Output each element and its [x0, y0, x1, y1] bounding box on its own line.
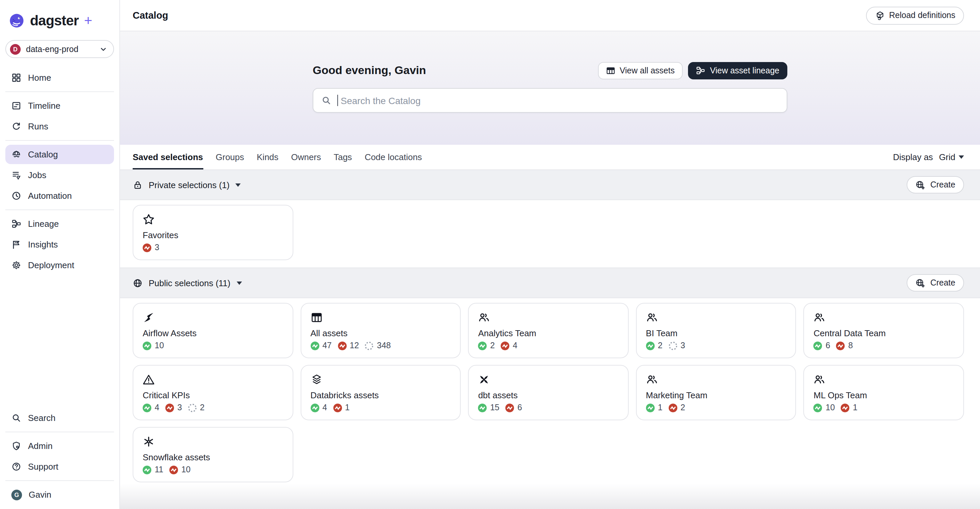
sidebar-item-runs[interactable]: Runs: [5, 117, 114, 136]
sidebar-item-automation[interactable]: Automation: [5, 186, 114, 206]
search-icon: [321, 96, 331, 105]
display-as-dropdown[interactable]: Grid: [939, 152, 964, 162]
runs-icon: [11, 121, 21, 131]
tab-kinds[interactable]: Kinds: [257, 145, 278, 169]
sidebar-item-user[interactable]: G Gavin: [5, 485, 114, 504]
status-badge: [310, 341, 319, 350]
status-count: 3: [155, 243, 159, 252]
reload-definitions-button[interactable]: Reload definitions: [865, 6, 964, 24]
status-stat: 3: [143, 243, 159, 252]
public-selections-toggle[interactable]: Public selections (11): [133, 278, 242, 288]
sidebar-item-admin[interactable]: Admin: [5, 436, 114, 456]
sidebar-item-lineage[interactable]: Lineage: [5, 214, 114, 233]
status-count: 11: [155, 465, 163, 474]
sidebar-item-deployment[interactable]: Deployment: [5, 255, 114, 275]
sidebar-item-label: Lineage: [28, 219, 59, 229]
selection-card[interactable]: dbt assets156: [468, 365, 628, 420]
selection-card[interactable]: BI Team23: [636, 303, 796, 358]
card-title: Analytics Team: [478, 328, 618, 338]
status-badge: [143, 403, 151, 412]
public-selections-grid: Airflow Assets10All assets4712348Analyti…: [120, 298, 980, 490]
status-badge: [310, 403, 319, 412]
status-count: 4: [513, 341, 517, 350]
divider: [5, 140, 114, 141]
tab-label: Groups: [216, 152, 244, 162]
reload-definitions-label: Reload definitions: [889, 11, 955, 20]
user-name-label: Gavin: [29, 490, 51, 499]
selection-card-favorites[interactable]: Favorites 3: [133, 205, 293, 260]
selection-card[interactable]: ML Ops Team101: [803, 365, 964, 420]
text-cursor: [337, 95, 338, 106]
create-private-selection-button[interactable]: Create: [907, 176, 964, 193]
view-asset-lineage-button[interactable]: View asset lineage: [688, 62, 788, 80]
create-public-selection-button[interactable]: Create: [907, 274, 964, 292]
tab-code-locations[interactable]: Code locations: [365, 145, 422, 169]
sidebar-item-search[interactable]: Search: [5, 408, 114, 428]
sidebar-item-catalog[interactable]: Catalog: [5, 145, 114, 164]
status-count: 2: [490, 341, 495, 350]
status-badge: [501, 341, 509, 350]
caret-down-icon: [235, 183, 241, 187]
shield-admin-icon: [11, 441, 21, 451]
selection-card[interactable]: All assets4712348: [300, 303, 461, 358]
status-count: 1: [658, 403, 663, 412]
status-stat: 15: [478, 403, 500, 412]
tab-groups[interactable]: Groups: [216, 145, 244, 169]
dbt-icon: [478, 373, 618, 386]
display-as-control: Display as Grid: [893, 152, 964, 162]
catalog-icon: [11, 150, 21, 160]
status-stat: 348: [365, 341, 391, 350]
search-input[interactable]: [340, 95, 779, 106]
tab-owners[interactable]: Owners: [291, 145, 321, 169]
status-badge: [478, 341, 487, 350]
dagster-octopus-icon: [8, 12, 25, 29]
status-stat: 2: [669, 403, 685, 412]
sidebar-item-timeline[interactable]: Timeline: [5, 96, 114, 115]
catalog-search-box[interactable]: [313, 88, 788, 113]
status-count: 4: [155, 403, 159, 412]
brand[interactable]: dagster +: [0, 0, 119, 39]
status-count: 3: [177, 403, 182, 412]
view-all-assets-button[interactable]: View all assets: [598, 62, 682, 80]
status-badge: [841, 403, 850, 412]
display-as-label: Display as: [893, 152, 933, 162]
status-count: 8: [848, 341, 853, 350]
globe-icon: [133, 278, 143, 288]
selection-card[interactable]: Databricks assets41: [300, 365, 461, 420]
sidebar-item-insights[interactable]: Insights: [5, 235, 114, 254]
selection-card[interactable]: Airflow Assets10: [133, 303, 293, 358]
card-stats: 156: [478, 403, 618, 412]
private-selections-toggle[interactable]: Private selections (1): [133, 180, 241, 190]
card-title: Marketing Team: [646, 390, 786, 400]
caret-down-icon: [959, 155, 964, 159]
tab-saved-selections[interactable]: Saved selections: [133, 145, 203, 169]
view-all-assets-label: View all assets: [620, 66, 675, 75]
selection-card[interactable]: Marketing Team12: [636, 365, 796, 420]
tab-label: Code locations: [365, 152, 422, 162]
status-count: 6: [517, 403, 522, 412]
hero-section: Good evening, Gavin View all assets: [120, 31, 980, 145]
private-selections-grid: Favorites 3: [120, 200, 980, 268]
selection-card[interactable]: Critical KPIs432: [133, 365, 293, 420]
card-title: BI Team: [646, 328, 786, 338]
divider: [5, 480, 114, 481]
people-icon: [814, 311, 954, 324]
sidebar-item-jobs[interactable]: Jobs: [5, 166, 114, 185]
sidebar-item-support[interactable]: Support: [5, 457, 114, 476]
clock-icon: [11, 191, 21, 201]
selection-card[interactable]: Analytics Team24: [468, 303, 628, 358]
section-title: Public selections (11): [149, 278, 230, 288]
card-title: All assets: [310, 328, 451, 338]
status-stat: 10: [814, 403, 835, 412]
greeting-heading: Good evening, Gavin: [313, 64, 426, 77]
card-title: Central Data Team: [814, 328, 954, 338]
sidebar-nav: Home Timeline Runs Catalog: [0, 67, 119, 276]
deployment-selector[interactable]: D data-eng-prod: [5, 40, 114, 58]
sidebar-item-home[interactable]: Home: [5, 68, 114, 88]
app-window: dagster + D data-eng-prod Home Time: [0, 0, 980, 509]
layers-icon: [310, 373, 451, 386]
selection-card[interactable]: Central Data Team68: [803, 303, 964, 358]
tab-tags[interactable]: Tags: [334, 145, 352, 169]
status-badge: [669, 403, 677, 412]
selection-card[interactable]: Snowflake assets1110: [133, 427, 293, 482]
